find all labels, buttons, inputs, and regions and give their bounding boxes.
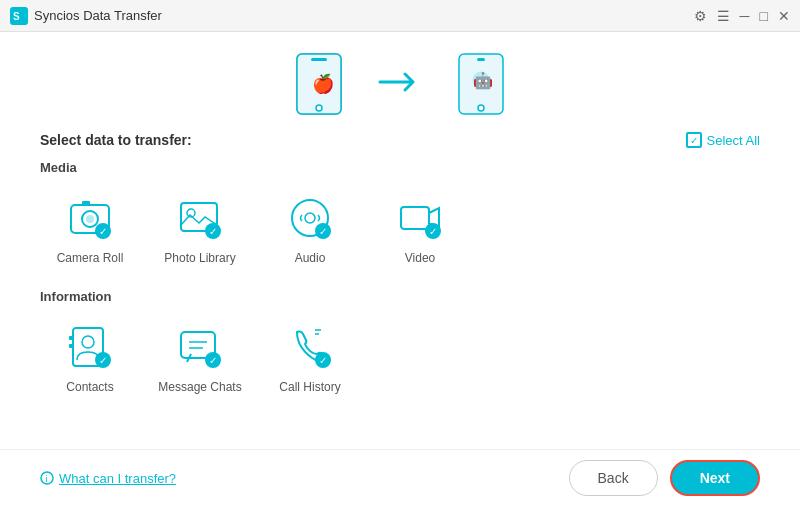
svg-text:🤖: 🤖 — [473, 71, 493, 90]
menu-icon[interactable]: ☰ — [717, 8, 730, 24]
svg-rect-9 — [477, 58, 485, 61]
help-link-text: What can I transfer? — [59, 471, 176, 486]
titlebar: S Syncios Data Transfer ⚙ ☰ ─ □ ✕ — [0, 0, 800, 32]
info-icon: i — [40, 471, 54, 485]
message-chats-label: Message Chats — [158, 380, 241, 396]
svg-text:✓: ✓ — [99, 355, 107, 366]
svg-point-4 — [316, 105, 322, 111]
app-logo: S — [10, 7, 28, 25]
camera-roll-item[interactable]: ✓ Camera Roll — [40, 183, 140, 275]
info-items-grid: ✓ Contacts ✓ — [40, 312, 760, 404]
window-controls: ⚙ ☰ ─ □ ✕ — [694, 8, 790, 24]
select-all-button[interactable]: ✓ Select All — [686, 132, 760, 148]
svg-rect-15 — [82, 201, 90, 205]
svg-text:S: S — [13, 11, 20, 22]
call-history-item[interactable]: ✓ Call History — [260, 312, 360, 404]
svg-text:✓: ✓ — [209, 226, 217, 237]
video-label: Video — [405, 251, 435, 267]
svg-point-30 — [82, 336, 94, 348]
app-title: Syncios Data Transfer — [34, 8, 694, 23]
audio-icon-wrapper: ✓ — [283, 191, 337, 245]
call-history-label: Call History — [279, 380, 340, 396]
back-button[interactable]: Back — [569, 460, 658, 496]
media-section: Media ✓ Camera Roll — [40, 160, 760, 289]
video-icon-wrapper: ✓ — [393, 191, 447, 245]
message-chats-item[interactable]: ✓ Message Chats — [150, 312, 250, 404]
media-section-label: Media — [40, 160, 760, 175]
svg-text:✓: ✓ — [319, 355, 327, 366]
select-all-label: Select All — [707, 133, 760, 148]
transfer-arrow — [375, 67, 425, 101]
audio-item[interactable]: ✓ Audio — [260, 183, 360, 275]
photo-library-item[interactable]: ✓ Photo Library — [150, 183, 250, 275]
contacts-label: Contacts — [66, 380, 113, 396]
maximize-icon[interactable]: □ — [760, 8, 768, 24]
select-all-checkbox[interactable]: ✓ — [686, 132, 702, 148]
photo-library-icon-wrapper: ✓ — [173, 191, 227, 245]
svg-text:🍎: 🍎 — [312, 73, 335, 95]
action-buttons: Back Next — [569, 460, 760, 496]
audio-label: Audio — [295, 251, 326, 267]
media-items-grid: ✓ Camera Roll ✓ Photo Lib — [40, 183, 760, 275]
camera-roll-label: Camera Roll — [57, 251, 124, 267]
call-history-icon-wrapper: ✓ — [283, 320, 337, 374]
help-link[interactable]: i What can I transfer? — [40, 471, 176, 486]
camera-roll-icon-wrapper: ✓ — [63, 191, 117, 245]
svg-text:✓: ✓ — [319, 226, 327, 237]
svg-point-14 — [86, 215, 94, 223]
transfer-header: 🍎 🤖 — [40, 32, 760, 132]
bottom-bar: i What can I transfer? Back Next — [0, 449, 800, 510]
target-device: 🤖 — [455, 52, 507, 116]
source-device: 🍎 — [293, 52, 345, 116]
minimize-icon[interactable]: ─ — [740, 8, 750, 24]
info-section: Information ✓ Contacts — [40, 289, 760, 418]
close-icon[interactable]: ✕ — [778, 8, 790, 24]
contacts-item[interactable]: ✓ Contacts — [40, 312, 140, 404]
svg-rect-26 — [401, 207, 429, 229]
settings-icon[interactable]: ⚙ — [694, 8, 707, 24]
main-content: 🍎 🤖 Select data to transfer: ✓ Se — [0, 32, 800, 449]
video-item[interactable]: ✓ Video — [370, 183, 470, 275]
info-section-label: Information — [40, 289, 760, 304]
svg-text:i: i — [46, 474, 48, 484]
svg-rect-5 — [311, 58, 327, 61]
svg-rect-31 — [69, 336, 73, 340]
next-button[interactable]: Next — [670, 460, 760, 496]
svg-text:✓: ✓ — [429, 226, 437, 237]
photo-library-label: Photo Library — [164, 251, 235, 267]
svg-text:✓: ✓ — [99, 226, 107, 237]
svg-rect-32 — [69, 344, 73, 348]
svg-point-23 — [305, 213, 315, 223]
contacts-icon-wrapper: ✓ — [63, 320, 117, 374]
svg-text:✓: ✓ — [209, 355, 217, 366]
message-chats-icon-wrapper: ✓ — [173, 320, 227, 374]
select-label-row: Select data to transfer: ✓ Select All — [40, 132, 760, 148]
svg-point-8 — [478, 105, 484, 111]
select-data-label: Select data to transfer: — [40, 132, 192, 148]
